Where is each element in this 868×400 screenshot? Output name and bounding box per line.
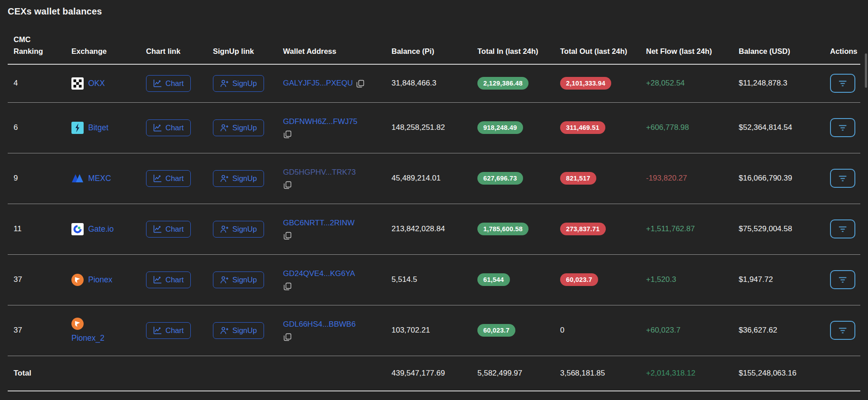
filter-icon: [839, 125, 847, 131]
cmc-ranking: 6: [8, 102, 66, 153]
actions-button[interactable]: [830, 118, 855, 137]
okx-logo-icon: [71, 77, 84, 90]
chart-button[interactable]: Chart: [146, 75, 191, 92]
signup-button[interactable]: SignUp: [213, 119, 264, 136]
person-plus-icon: [220, 276, 229, 284]
total-in-badge: 1,785,600.58: [477, 223, 528, 235]
balance-usd: $52,364,814.54: [733, 102, 824, 153]
chart-button[interactable]: Chart: [146, 271, 191, 288]
actions-button[interactable]: [830, 169, 855, 188]
chart-line-icon: [153, 225, 162, 233]
signup-button-label: SignUp: [232, 175, 257, 182]
person-plus-icon: [220, 124, 229, 132]
chart-line-icon: [153, 175, 162, 182]
wallet-address-link[interactable]: GDFNWH6Z...FWJ75: [283, 117, 357, 126]
signup-button-label: SignUp: [232, 225, 257, 233]
total-out-sum: 3,568,181.85: [554, 356, 640, 391]
header-total-out: Total Out (last 24h): [554, 34, 640, 64]
chart-line-icon: [153, 80, 162, 87]
signup-button-label: SignUp: [232, 327, 257, 334]
total-out-badge: 273,837.71: [560, 223, 606, 235]
actions-button[interactable]: [830, 321, 855, 340]
signup-button[interactable]: SignUp: [213, 170, 264, 187]
total-in-sum: 5,582,499.97: [472, 356, 554, 391]
header-signup-link: SignUp link: [207, 34, 277, 64]
signup-button-label: SignUp: [232, 80, 257, 87]
total-in-badge: 60,023.7: [477, 324, 515, 337]
cmc-ranking: 9: [8, 153, 66, 204]
wallet-address-link[interactable]: GD24QVE4...KG6YA: [283, 269, 355, 278]
header-total-in: Total In (last 24h): [472, 34, 554, 64]
signup-button[interactable]: SignUp: [213, 221, 264, 238]
table-row-pionex: 37 Pionex Chart SignUp GD24QVE4...KG6YA: [8, 254, 860, 305]
actions-button[interactable]: [830, 74, 855, 93]
wallet-address-link[interactable]: GBC6NRTT...2RINW: [283, 219, 354, 227]
filter-icon: [839, 176, 847, 181]
chart-button-label: Chart: [165, 124, 184, 132]
chart-line-icon: [153, 327, 162, 334]
cmc-ranking: 11: [8, 204, 66, 254]
chart-button[interactable]: Chart: [146, 119, 191, 136]
chart-button[interactable]: Chart: [146, 170, 191, 187]
total-out-badge: 311,469.51: [560, 121, 605, 134]
scrollbar-thumb[interactable]: [865, 53, 867, 88]
total-in-badge: 627,696.73: [477, 172, 523, 185]
filter-icon: [839, 328, 847, 333]
table-total-row: Total 439,547,177.69 5,582,499.97 3,568,…: [8, 356, 860, 391]
copy-icon[interactable]: [283, 333, 382, 341]
net-flow: +28,052.54: [646, 79, 685, 87]
table-row-mexc: 9 MEXC Chart SignUp GD5HGPHV...TRK73: [8, 153, 860, 204]
table-row-okx: 4 OKX Chart SignUp GALYJFJ5...PXEQU: [8, 64, 860, 102]
wallet-address-link[interactable]: GDL66HS4...BBWB6: [283, 320, 356, 329]
copy-icon[interactable]: [283, 282, 382, 290]
cmc-ranking: 37: [8, 254, 66, 305]
actions-button[interactable]: [830, 219, 855, 238]
header-net-flow: Net Flow (last 24h): [640, 34, 733, 64]
signup-button-label: SignUp: [232, 276, 257, 284]
wallet-address-link[interactable]: GD5HGPHV...TRK73: [283, 168, 356, 176]
filter-icon: [839, 81, 847, 86]
exchange-link[interactable]: Pionex_2: [71, 333, 104, 343]
exchange-link[interactable]: Gate.io: [88, 224, 113, 234]
table-row-bitget: 6 Bitget Chart SignUp GDFNWH6Z...FWJ75: [8, 102, 860, 153]
total-out-value: 0: [560, 326, 564, 334]
copy-icon[interactable]: [283, 232, 382, 240]
header-wallet-address: Wallet Address: [277, 34, 386, 64]
chart-button-label: Chart: [165, 225, 184, 233]
signup-button[interactable]: SignUp: [213, 271, 264, 288]
exchange-link[interactable]: Bitget: [88, 123, 108, 133]
copy-icon[interactable]: [356, 80, 364, 88]
chart-line-icon: [153, 124, 162, 132]
balance-pi: 45,489,214.01: [386, 153, 472, 204]
total-in-badge: 2,129,386.48: [477, 77, 528, 90]
header-cmc-ranking: CMC Ranking: [8, 34, 66, 64]
signup-button[interactable]: SignUp: [213, 322, 264, 339]
person-plus-icon: [220, 327, 229, 334]
header-actions: Actions: [824, 34, 860, 64]
header-balance-usd: Balance (USD): [733, 34, 824, 64]
chart-button-label: Chart: [165, 80, 184, 87]
copy-icon[interactable]: [283, 130, 382, 138]
copy-icon[interactable]: [283, 181, 382, 189]
chart-button[interactable]: Chart: [146, 221, 191, 238]
cex-wallet-balances-table: CMC Ranking Exchange Chart link SignUp l…: [8, 34, 860, 391]
header-exchange: Exchange: [66, 34, 140, 64]
total-label: Total: [8, 356, 66, 391]
chart-line-icon: [153, 276, 162, 284]
table-row-gateio: 11 Gate.io Chart SignUp GBC6NRTT...2RINW: [8, 204, 860, 254]
cmc-ranking: 37: [8, 305, 66, 356]
balance-pi: 5,514.5: [386, 254, 472, 305]
bitget-logo-icon: [71, 122, 84, 134]
balance-usd: $11,248,878.3: [733, 64, 824, 102]
actions-button[interactable]: [830, 270, 855, 289]
wallet-address-link[interactable]: GALYJFJ5...PXEQU: [283, 79, 353, 87]
filter-icon: [839, 226, 847, 232]
cex-wallet-balances-panel: CEXs wallet balances CMC Ranking Exchang…: [0, 0, 868, 391]
signup-button[interactable]: SignUp: [213, 75, 264, 92]
total-out-badge: 821,517: [560, 172, 596, 185]
exchange-link[interactable]: OKX: [88, 79, 105, 88]
exchange-link[interactable]: MEXC: [88, 174, 111, 183]
total-in-badge: 918,248.49: [477, 121, 523, 134]
chart-button[interactable]: Chart: [146, 322, 191, 339]
exchange-link[interactable]: Pionex: [88, 275, 113, 285]
